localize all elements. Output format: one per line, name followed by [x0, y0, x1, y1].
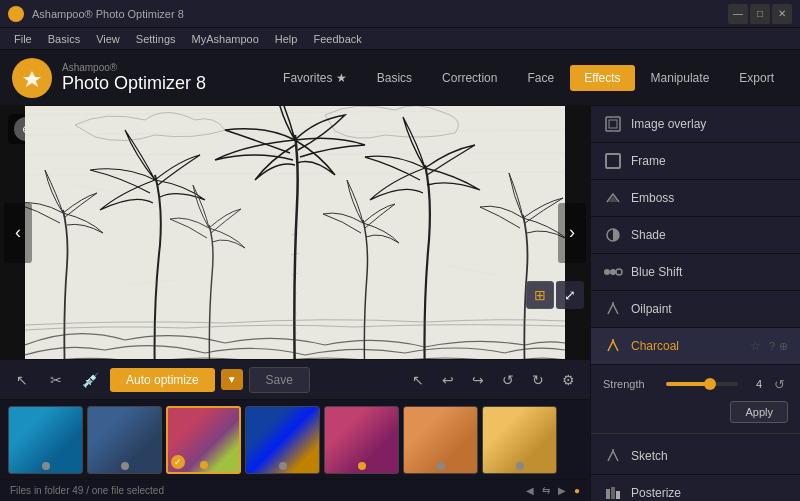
- effect-blue-shift[interactable]: Blue Shift: [591, 254, 800, 291]
- film-dot-2: [121, 462, 129, 470]
- effect-frame[interactable]: Frame: [591, 143, 800, 180]
- effect-sketch[interactable]: Sketch: [591, 438, 800, 475]
- effect-charcoal[interactable]: Charcoal ☆ ? ⊕: [591, 328, 800, 365]
- menu-myashampoo[interactable]: MyAshampoo: [186, 31, 265, 47]
- menu-settings[interactable]: Settings: [130, 31, 182, 47]
- maximize-button[interactable]: □: [750, 4, 770, 24]
- effect-shade[interactable]: Shade: [591, 217, 800, 254]
- app-header: Ashampoo® Photo Optimizer 8 Favorites ★ …: [0, 50, 800, 106]
- brand: Ashampoo® Photo Optimizer 8: [12, 58, 206, 98]
- filmstrip-item-7[interactable]: [482, 406, 557, 474]
- tab-basics[interactable]: Basics: [363, 65, 426, 91]
- apply-button[interactable]: Apply: [730, 401, 788, 423]
- menubar: File Basics View Settings MyAshampoo Hel…: [0, 28, 800, 50]
- strength-reset[interactable]: ↺: [770, 375, 788, 393]
- fit-icon[interactable]: ⤢: [556, 281, 584, 309]
- effect-label-image-overlay: Image overlay: [631, 117, 788, 131]
- filmstrip-item-1[interactable]: [8, 406, 83, 474]
- right-panel: Image overlay Frame Emboss Shade: [590, 106, 800, 501]
- film-dot-3: [200, 461, 208, 469]
- statusbar: Files in folder 49 / one file selected ◀…: [0, 479, 590, 501]
- strength-slider[interactable]: [666, 382, 738, 386]
- auto-optimize-button[interactable]: Auto optimize: [110, 368, 215, 392]
- save-button[interactable]: Save: [249, 367, 310, 393]
- tab-export[interactable]: Export: [725, 65, 788, 91]
- filmstrip-item-4[interactable]: [245, 406, 320, 474]
- charcoal-star[interactable]: ☆: [750, 339, 761, 353]
- menu-feedback[interactable]: Feedback: [307, 31, 367, 47]
- edit-tools: ↖ ↩ ↪ ↺ ↻ ⚙: [404, 366, 582, 394]
- tab-correction[interactable]: Correction: [428, 65, 511, 91]
- effect-posterize[interactable]: Posterize: [591, 475, 800, 501]
- next-image-arrow[interactable]: ›: [558, 203, 586, 263]
- effect-label-frame: Frame: [631, 154, 788, 168]
- charcoal-more[interactable]: ⊕: [779, 340, 788, 353]
- charcoal-actions: ? ⊕: [769, 340, 788, 353]
- charcoal-info[interactable]: ?: [769, 340, 775, 353]
- effect-label-sketch: Sketch: [631, 449, 788, 463]
- svg-rect-18: [606, 154, 620, 168]
- menu-view[interactable]: View: [90, 31, 126, 47]
- strength-slider-fill: [666, 382, 706, 386]
- filmstrip-item-3[interactable]: ✓: [166, 406, 241, 474]
- effect-emboss[interactable]: Emboss: [591, 180, 800, 217]
- film-dot-7: [516, 462, 524, 470]
- menu-help[interactable]: Help: [269, 31, 304, 47]
- minimize-button[interactable]: —: [728, 4, 748, 24]
- svg-rect-17: [609, 120, 617, 128]
- main: ⊕ ‹ ›: [0, 106, 800, 501]
- film-dot-4: [279, 462, 287, 470]
- image-overlay-icon: [603, 114, 623, 134]
- tool-rotate-right[interactable]: ↻: [524, 366, 552, 394]
- close-button[interactable]: ✕: [772, 4, 792, 24]
- svg-point-21: [610, 269, 616, 275]
- compare-icon[interactable]: ⊞: [526, 281, 554, 309]
- tool-crop[interactable]: ✂: [42, 366, 70, 394]
- menu-basics[interactable]: Basics: [42, 31, 86, 47]
- frame-icon: [603, 151, 623, 171]
- prev-image-arrow[interactable]: ‹: [4, 203, 32, 263]
- effect-label-charcoal: Charcoal: [631, 339, 742, 353]
- titlebar-controls: — □ ✕: [728, 4, 792, 24]
- nav-icon-swap[interactable]: ⇆: [542, 485, 550, 496]
- tab-face[interactable]: Face: [513, 65, 568, 91]
- tool-arrow[interactable]: ↖: [8, 366, 36, 394]
- film-dot-1: [42, 462, 50, 470]
- nav-icon-right[interactable]: ▶: [558, 485, 566, 496]
- tool-select[interactable]: ↖: [404, 366, 432, 394]
- tool-rotate-left[interactable]: ↺: [494, 366, 522, 394]
- nav-tabs: Favorites ★ Basics Correction Face Effec…: [269, 65, 788, 91]
- filmstrip-item-5[interactable]: [324, 406, 399, 474]
- tool-redo[interactable]: ↪: [464, 366, 492, 394]
- effect-label-posterize: Posterize: [631, 486, 788, 500]
- app-icon: [8, 6, 24, 22]
- filmstrip-item-6[interactable]: [403, 406, 478, 474]
- statusbar-right: ◀ ⇆ ▶ ●: [526, 485, 580, 496]
- titlebar-left: Ashampoo® Photo Optimizer 8: [8, 6, 184, 22]
- tool-undo[interactable]: ↩: [434, 366, 462, 394]
- canvas-image: [25, 106, 565, 359]
- nav-icon-circle: ●: [574, 485, 580, 496]
- sketch-icon: [603, 446, 623, 466]
- tab-effects[interactable]: Effects: [570, 65, 634, 91]
- posterize-icon: [603, 483, 623, 501]
- charcoal-icon: [603, 336, 623, 356]
- film-check-3: ✓: [171, 455, 185, 469]
- effect-image-overlay[interactable]: Image overlay: [591, 106, 800, 143]
- menu-file[interactable]: File: [8, 31, 38, 47]
- brand-text: Ashampoo® Photo Optimizer 8: [62, 62, 206, 94]
- nav-icon-left[interactable]: ◀: [526, 485, 534, 496]
- effect-label-emboss: Emboss: [631, 191, 788, 205]
- tool-settings[interactable]: ⚙: [554, 366, 582, 394]
- image-container: ⊕ ‹ ›: [0, 106, 590, 359]
- filmstrip-item-2[interactable]: [87, 406, 162, 474]
- tab-favorites[interactable]: Favorites ★: [269, 65, 361, 91]
- tool-eyedrop[interactable]: 💉: [76, 366, 104, 394]
- brand-sub: Ashampoo®: [62, 62, 206, 73]
- strength-label: Strength: [603, 378, 658, 390]
- effect-label-shade: Shade: [631, 228, 788, 242]
- svg-rect-27: [611, 487, 615, 499]
- auto-optimize-dropdown[interactable]: ▼: [221, 369, 243, 390]
- tab-manipulate[interactable]: Manipulate: [637, 65, 724, 91]
- effect-oilpaint[interactable]: Oilpaint: [591, 291, 800, 328]
